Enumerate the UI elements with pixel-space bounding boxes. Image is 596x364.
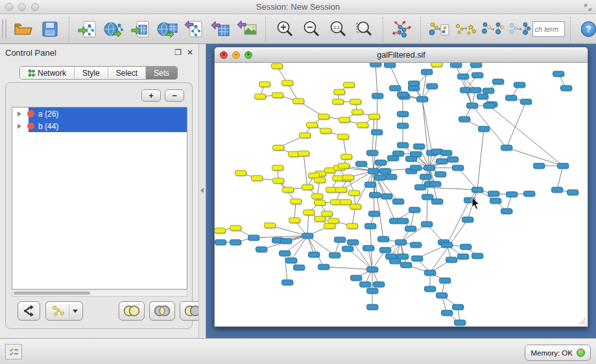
graph-node[interactable] [352, 109, 363, 115]
graph-node[interactable] [472, 187, 483, 192]
close-panel-icon[interactable]: ✕ [187, 48, 193, 57]
graph-edge[interactable] [304, 154, 307, 187]
graph-node[interactable] [280, 251, 291, 256]
graph-node[interactable] [455, 320, 466, 325]
graph-edge[interactable] [557, 166, 563, 190]
graph-node[interactable] [411, 242, 422, 247]
graph-node[interactable] [230, 240, 241, 245]
graph-node[interactable] [283, 187, 294, 192]
zoom-in-button[interactable] [271, 16, 298, 42]
graph-node[interactable] [272, 63, 283, 69]
import-table-url-button[interactable] [154, 16, 181, 42]
graph-edge[interactable] [343, 137, 346, 157]
graph-node[interactable] [348, 240, 359, 245]
graph-edge[interactable] [477, 129, 484, 190]
graph-node[interactable] [411, 165, 422, 170]
window-titlebar[interactable]: Session: New Session [0, 0, 596, 14]
sets-list[interactable]: a (26) b (44) [12, 107, 187, 290]
resize-grip-icon[interactable] [578, 317, 586, 325]
expand-arrow-icon[interactable] [18, 124, 21, 129]
graph-edge[interactable] [324, 267, 372, 269]
graph-node[interactable] [451, 63, 462, 67]
panel-splitter[interactable] [198, 44, 206, 338]
intersect-sets-button[interactable] [149, 301, 175, 321]
network-canvas[interactable] [215, 63, 588, 326]
graph-edge[interactable] [422, 72, 427, 99]
graph-node[interactable] [390, 85, 401, 91]
graph-node[interactable] [344, 82, 355, 87]
graph-node[interactable] [472, 73, 483, 78]
save-session-button[interactable] [37, 16, 64, 42]
tab-network[interactable]: Network [20, 67, 74, 79]
graph-node[interactable] [458, 254, 469, 259]
network-view-window[interactable]: × − + galFiltered.sif [214, 47, 588, 327]
graph-node[interactable] [488, 191, 499, 196]
graph-node[interactable] [367, 304, 378, 310]
extend-selection-button[interactable] [479, 16, 506, 42]
graph-node[interactable] [339, 117, 350, 122]
graph-node[interactable] [483, 88, 494, 93]
graph-node[interactable] [507, 192, 518, 197]
graph-node[interactable] [422, 69, 433, 74]
graph-node[interactable] [472, 253, 483, 258]
graph-edge[interactable] [291, 236, 307, 260]
graph-node[interactable] [252, 176, 263, 181]
graph-node[interactable] [401, 262, 412, 267]
graph-node[interactable] [435, 172, 446, 177]
graph-node[interactable] [386, 174, 397, 179]
graph-node[interactable] [357, 122, 368, 128]
graph-node[interactable] [315, 216, 326, 222]
graph-node[interactable] [558, 163, 569, 168]
union-sets-button[interactable] [119, 301, 145, 321]
graph-edge[interactable] [307, 236, 324, 267]
graph-node[interactable] [380, 168, 391, 174]
graph-node[interactable] [230, 225, 241, 231]
graph-node[interactable] [363, 245, 374, 251]
graph-edge[interactable] [458, 168, 477, 190]
graph-node[interactable] [335, 237, 346, 242]
graph-node[interactable] [367, 288, 378, 293]
graph-node[interactable] [324, 223, 335, 229]
graph-node[interactable] [336, 187, 347, 192]
graph-node[interactable] [328, 218, 339, 223]
graph-edge[interactable] [489, 106, 563, 166]
graph-node[interactable] [460, 87, 471, 93]
graph-node[interactable] [490, 198, 501, 203]
graph-node[interactable] [318, 114, 329, 119]
graph-node[interactable] [235, 170, 246, 176]
graph-node[interactable] [334, 89, 345, 95]
graph-node[interactable] [470, 87, 481, 93]
graph-node[interactable] [302, 233, 313, 238]
graph-node[interactable] [342, 246, 353, 251]
select-neighbors-button[interactable] [453, 16, 479, 42]
graph-node[interactable] [425, 286, 436, 291]
graph-node[interactable] [471, 63, 482, 67]
add-set-button[interactable]: + [141, 89, 161, 102]
graph-node[interactable] [484, 103, 495, 108]
graph-node[interactable] [378, 236, 389, 242]
clear-selection-button[interactable] [506, 16, 532, 42]
graph-node[interactable] [432, 199, 443, 204]
apply-preferred-layout-button[interactable] [388, 16, 415, 42]
graph-node[interactable] [255, 94, 266, 99]
graph-node[interactable] [414, 144, 425, 149]
graph-node[interactable] [350, 99, 361, 104]
graph-node[interactable] [514, 82, 525, 87]
graph-node[interactable] [360, 282, 371, 287]
zoom-actual-size-button[interactable]: 1:1 [324, 16, 351, 42]
graph-node[interactable] [343, 175, 354, 180]
graph-node[interactable] [286, 258, 297, 263]
memory-status-button[interactable]: Memory: OK [525, 345, 591, 361]
graph-edge[interactable] [307, 212, 309, 236]
graph-node[interactable] [369, 211, 380, 216]
graph-node[interactable] [349, 190, 360, 196]
import-network-url-button[interactable] [101, 16, 128, 42]
graph-node[interactable] [467, 103, 478, 108]
toolbar-drag-handle[interactable] [2, 19, 6, 39]
create-group-button[interactable] [426, 16, 453, 42]
graph-node[interactable] [524, 191, 535, 196]
graph-node[interactable] [464, 198, 475, 203]
graph-node[interactable] [309, 252, 320, 257]
graph-node[interactable] [272, 93, 283, 98]
graph-node[interactable] [501, 145, 512, 150]
